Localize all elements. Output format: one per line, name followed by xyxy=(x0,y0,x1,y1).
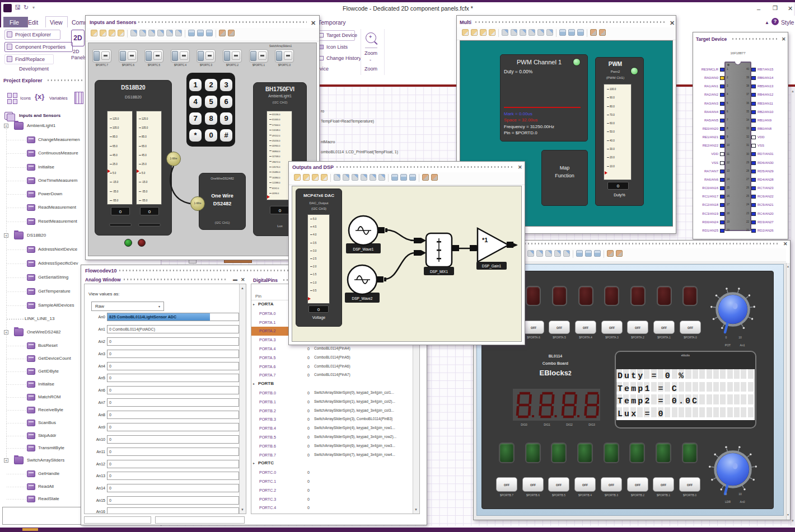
svg-text:*1: *1 xyxy=(482,237,488,243)
svg-text:DSP_Wave2: DSP_Wave2 xyxy=(352,296,373,301)
svg-text:DSP_Wave1: DSP_Wave1 xyxy=(353,247,374,252)
svg-text:DSP_MIX1: DSP_MIX1 xyxy=(430,270,448,274)
svg-text:DSP_Gain1: DSP_Gain1 xyxy=(482,264,502,269)
